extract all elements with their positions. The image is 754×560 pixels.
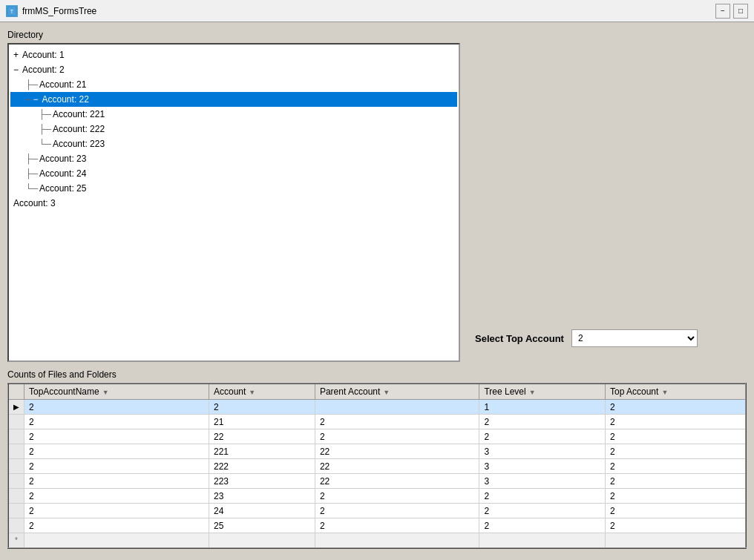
cell-account: 21 <box>209 415 315 429</box>
cell-topAccount: 2 <box>605 518 746 533</box>
cell-account: 25 <box>209 518 315 533</box>
grid-row-indicator-header <box>8 383 24 400</box>
row-indicator <box>8 504 24 518</box>
grid-header-topAccount[interactable]: Top Account▼ <box>605 383 746 400</box>
cell-account: 23 <box>209 489 315 504</box>
tree-item[interactable]: ├─Account: 23 <box>10 151 457 166</box>
cell-topAccountName: 2 <box>24 444 209 459</box>
tree-item[interactable]: ├─Account: 21 <box>10 77 457 92</box>
cell-treeLevel: 2 <box>479 489 606 504</box>
tree-item-label: Account: 3 <box>13 198 56 208</box>
sort-arrow: ▼ <box>102 389 109 396</box>
tree-item-label: Account: 221 <box>53 109 105 119</box>
select-top-account-label: Select Top Account <box>475 333 564 344</box>
cell-topAccount: 2 <box>605 444 746 459</box>
maximize-button[interactable]: □ <box>733 4 748 19</box>
cell-treeLevel: 3 <box>479 444 606 459</box>
cell-parentAccount <box>315 400 479 415</box>
tree-item[interactable]: Account: 3 <box>10 196 457 211</box>
table-row[interactable]: 224222 <box>8 504 746 518</box>
connector-icon: └─ <box>25 183 38 194</box>
cell-topAccountName: 2 <box>24 400 209 415</box>
row-indicator: ▶ <box>8 400 24 415</box>
tree-item[interactable]: ─−Account: 22 <box>10 92 457 107</box>
cell-account: 24 <box>209 504 315 518</box>
table-row[interactable]: 22212232 <box>8 444 746 459</box>
table-row[interactable]: 22222232 <box>8 459 746 474</box>
connector-icon: ├─ <box>39 124 51 134</box>
tree-item[interactable]: −Account: 2 <box>10 62 457 77</box>
cell-topAccountName: 2 <box>24 474 209 489</box>
col-label: TopAccountName <box>29 386 99 397</box>
app-icon: T <box>6 5 18 17</box>
cell-treeLevel: 2 <box>479 518 606 533</box>
cell-topAccount: 2 <box>605 474 746 489</box>
cell-parentAccount: 22 <box>315 459 479 474</box>
col-label: Parent Account <box>320 386 380 397</box>
tree-item-label: Account: 222 <box>53 124 105 134</box>
col-label: Account <box>214 386 246 397</box>
minimize-button[interactable]: − <box>715 4 730 19</box>
title-bar: T frmMS_FormsTree − □ <box>0 0 754 22</box>
row-indicator <box>8 444 24 459</box>
cell-topAccountName: 2 <box>24 459 209 474</box>
table-row[interactable]: 221222 <box>8 415 746 429</box>
grid-header-account[interactable]: Account▼ <box>209 383 315 400</box>
grid-header-parentAccount[interactable]: Parent Account▼ <box>315 383 479 400</box>
table-row[interactable]: 223222 <box>8 489 746 504</box>
connector-icon: ├─ <box>25 154 38 164</box>
connector-icon: ├─ <box>25 79 38 90</box>
cell-treeLevel: 2 <box>479 504 606 518</box>
title-bar-controls: − □ <box>715 4 748 19</box>
new-row-marker[interactable]: * <box>8 533 746 548</box>
toggle-icon: − <box>13 63 22 76</box>
tree-item[interactable]: └─Account: 25 <box>10 181 457 196</box>
tree-item-label: Account: 223 <box>53 139 105 149</box>
table-row[interactable]: 22232232 <box>8 474 746 489</box>
cell-treeLevel: 2 <box>479 415 606 429</box>
svg-text:T: T <box>10 9 14 14</box>
cell-account: 221 <box>209 444 315 459</box>
grid-header-treeLevel[interactable]: Tree Level▼ <box>479 383 606 400</box>
cell-treeLevel: 3 <box>479 459 606 474</box>
grid-section: Counts of Files and Folders TopAccountNa… <box>7 369 747 549</box>
table-row[interactable]: ▶2212 <box>8 400 746 415</box>
grid-header-topAccountName[interactable]: TopAccountName▼ <box>24 383 209 400</box>
data-grid: TopAccountName▼Account▼Parent Account▼Tr… <box>7 383 747 549</box>
cell-account: 223 <box>209 474 315 489</box>
tree-item[interactable]: ├─Account: 221 <box>10 107 457 122</box>
cell-topAccountName: 2 <box>24 415 209 429</box>
tree-item-label: Account: 1 <box>22 50 65 60</box>
directory-label: Directory <box>7 30 747 40</box>
tree-item[interactable]: └─Account: 223 <box>10 136 457 151</box>
tree-item[interactable]: ├─Account: 24 <box>10 166 457 181</box>
tree-item[interactable]: ├─Account: 222 <box>10 122 457 136</box>
col-label: Tree Level <box>484 386 525 397</box>
window-title: frmMS_FormsTree <box>22 6 96 16</box>
cell-parentAccount: 2 <box>315 489 479 504</box>
new-row-cell <box>24 533 209 548</box>
connector-icon: ├─ <box>25 168 38 179</box>
cell-parentAccount: 2 <box>315 518 479 533</box>
content-area: +Account: 1−Account: 2├─Account: 21─−Acc… <box>7 43 747 362</box>
tree-item-label: Account: 25 <box>39 183 86 194</box>
cell-topAccount: 2 <box>605 504 746 518</box>
toggle-icon: + <box>13 48 22 62</box>
table-row[interactable]: 225222 <box>8 518 746 533</box>
table-row[interactable]: 222222 <box>8 429 746 444</box>
tree-panel[interactable]: +Account: 1−Account: 2├─Account: 21─−Acc… <box>7 43 460 362</box>
cell-topAccount: 2 <box>605 415 746 429</box>
new-row-cell <box>315 533 479 548</box>
cell-account: 222 <box>209 459 315 474</box>
top-account-select[interactable]: 123 <box>571 329 698 347</box>
cell-account: 22 <box>209 429 315 444</box>
row-indicator <box>8 474 24 489</box>
connector-icon: └─ <box>39 139 51 149</box>
cell-treeLevel: 1 <box>479 400 606 415</box>
tree-item[interactable]: +Account: 1 <box>10 47 457 62</box>
cell-account: 2 <box>209 400 315 415</box>
cell-parentAccount: 2 <box>315 429 479 444</box>
new-row-cell <box>209 533 315 548</box>
cell-treeLevel: 3 <box>479 474 606 489</box>
connector-icon: ├─ <box>39 109 51 119</box>
